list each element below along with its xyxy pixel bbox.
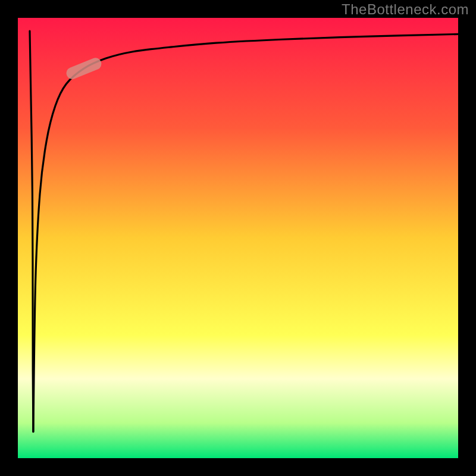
chart-svg <box>0 0 476 476</box>
watermark-text: TheBottleneck.com <box>342 1 469 18</box>
plot-area <box>18 18 458 458</box>
chart-frame: TheBottleneck.com <box>0 0 476 476</box>
